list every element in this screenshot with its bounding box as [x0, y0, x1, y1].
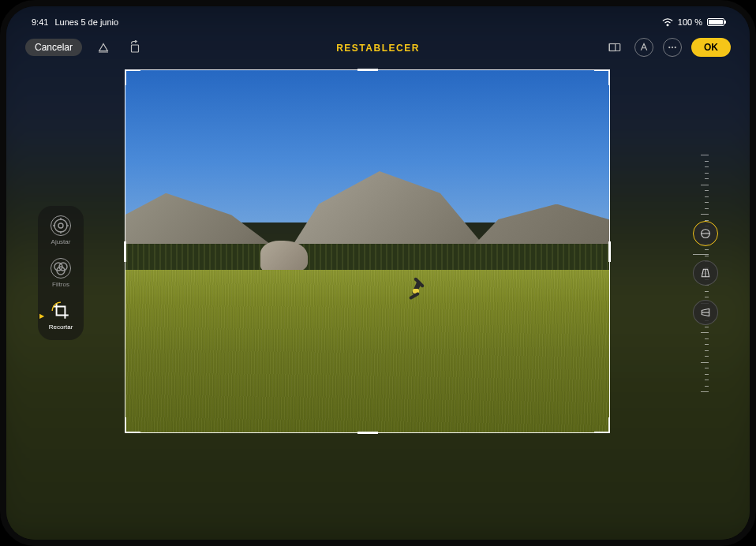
- battery-percent: 100 %: [678, 17, 702, 27]
- editor-toolbar: Cancelar RESTABLECER: [6, 33, 750, 62]
- svg-rect-4: [609, 44, 616, 51]
- status-date: Lunes 5 de junio: [54, 17, 118, 27]
- svg-point-8: [675, 47, 676, 48]
- active-tab-indicator: ▶: [39, 312, 44, 320]
- reset-button[interactable]: RESTABLECER: [336, 43, 420, 54]
- cancel-button[interactable]: Cancelar: [25, 39, 82, 56]
- markup-icon[interactable]: [634, 38, 653, 57]
- filters-icon: [51, 258, 71, 279]
- horizontal-perspective-button[interactable]: [693, 300, 718, 325]
- vertical-perspective-button[interactable]: [693, 260, 718, 286]
- edit-mode-tabs: Ajustar Filtros ▶ Recortar: [38, 206, 84, 340]
- svg-point-9: [54, 219, 67, 232]
- status-time: 9:41: [32, 17, 48, 27]
- tab-adjust[interactable]: Ajustar: [43, 215, 79, 245]
- svg-rect-3: [609, 44, 620, 51]
- rotate-icon[interactable]: [125, 37, 145, 58]
- aspect-ratio-icon[interactable]: [604, 37, 625, 58]
- photo-crop-area[interactable]: [125, 69, 610, 433]
- svg-point-7: [672, 47, 673, 48]
- person-in-photo: [406, 273, 430, 305]
- more-icon[interactable]: [663, 38, 682, 57]
- adjust-icon: [51, 215, 71, 236]
- svg-point-0: [667, 24, 668, 26]
- tab-adjust-label: Ajustar: [51, 238, 71, 245]
- done-button[interactable]: OK: [691, 38, 731, 57]
- edited-photo: [125, 69, 610, 433]
- crop-adjust-controls: [693, 221, 718, 325]
- straighten-button[interactable]: [693, 221, 718, 246]
- wifi-icon: [662, 18, 673, 26]
- svg-point-6: [668, 47, 670, 48]
- crop-icon: [51, 301, 71, 321]
- tab-crop[interactable]: ▶ Recortar: [43, 301, 79, 331]
- battery-icon: [707, 18, 724, 26]
- svg-point-10: [58, 223, 63, 228]
- flip-vertical-icon[interactable]: [93, 37, 114, 58]
- ipad-frame: 9:41 Lunes 5 de junio 100 % Cancelar: [0, 0, 756, 546]
- svg-rect-2: [132, 45, 139, 52]
- status-bar: 9:41 Lunes 5 de junio 100 %: [6, 14, 750, 30]
- tab-filters-label: Filtros: [52, 281, 69, 288]
- tab-crop-label: Recortar: [49, 323, 73, 331]
- tab-filters[interactable]: Filtros: [43, 258, 79, 288]
